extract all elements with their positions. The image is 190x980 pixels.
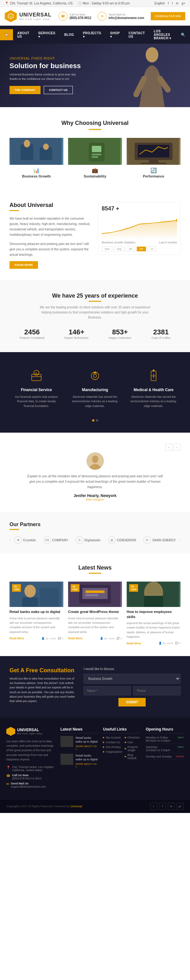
svg-point-31 xyxy=(92,455,98,463)
footer-news-thumb-1 xyxy=(60,736,73,747)
hero-company-button[interactable]: THE COMPANY xyxy=(10,86,41,94)
cta-name-input[interactable] xyxy=(84,686,131,695)
social-linkedin-icon[interactable]: in xyxy=(168,803,175,810)
medical-icon xyxy=(130,369,177,385)
footer-link-projects-single[interactable]: Projects Single xyxy=(125,745,141,752)
stat-projects-number: 2456 xyxy=(20,328,45,336)
news-read-more-3[interactable]: Read More xyxy=(127,642,141,645)
service-card-medical: Medical & Health Care Electronic Materia… xyxy=(127,363,180,415)
nav-home[interactable]: 🏠 xyxy=(0,29,13,40)
feature-img-1 xyxy=(10,138,63,165)
footer-links-right: Checkout Cart Projects Single Blog Defau… xyxy=(125,736,141,761)
nav-contact[interactable]: CONTACT US xyxy=(124,27,149,42)
consultation-button[interactable]: CONSULTATION xyxy=(151,12,185,20)
footer-news-more-1[interactable]: MORE ABOUT US > xyxy=(76,745,98,751)
svg-rect-41 xyxy=(86,594,98,596)
footer-description: Our team offers the most up-to-date, com… xyxy=(6,739,56,762)
footer-brand: Universal xyxy=(70,805,82,808)
feature-svg-1 xyxy=(11,138,62,165)
feature-svg-2 xyxy=(70,138,120,165)
footer-news-more-2[interactable]: MORE ABOUT US > xyxy=(76,762,98,768)
service-card-manufacturing: Manufacturing Electronic Materials has s… xyxy=(68,363,122,415)
nav-shop[interactable]: SHOP ▾ xyxy=(106,27,124,42)
social-twitter-icon[interactable]: t xyxy=(150,803,157,810)
footer-hours-day-3: Sunday and Sunday: xyxy=(146,755,172,758)
footer-link-contact-us[interactable]: Contact Us xyxy=(103,741,122,744)
footer-bottom: Copyrights 2017 All Rights Reserved. Pow… xyxy=(0,800,190,813)
chart-tab-day[interactable]: Day xyxy=(114,247,124,251)
cta-submit-button[interactable]: SUBMIT xyxy=(119,698,146,706)
cta-phone-input[interactable] xyxy=(133,686,180,695)
slider-dot-1[interactable] xyxy=(92,419,94,422)
nav-blog[interactable]: BLOG xyxy=(60,29,79,40)
chart-tab-6m[interactable]: 6M xyxy=(137,247,146,251)
about-text-2: Denouncing pleasure and praising pain we… xyxy=(10,241,92,257)
cta-discuss-select[interactable]: Business Growth xyxy=(84,674,180,684)
footer-news-item-1: Retail banks wake up to digital MORE ABO… xyxy=(60,736,98,751)
hero-title: Solution for business xyxy=(10,62,81,70)
header-contacts: ☎ Call Us Now (800)-678-9012 ✉ Send Mail… xyxy=(59,12,185,21)
avatar-svg xyxy=(87,452,104,470)
footer-link-checkout[interactable]: Checkout xyxy=(125,736,141,739)
stat-technicians-number: 146+ xyxy=(65,328,88,336)
chart-tab-year[interactable]: Year xyxy=(102,247,112,251)
nav-about[interactable]: ABOUT US xyxy=(13,27,34,42)
svg-text:U: U xyxy=(10,15,12,18)
nav-services[interactable]: SERVICES ▾ xyxy=(34,27,60,42)
news-read-more-1[interactable]: Read More xyxy=(10,637,24,640)
service-title-manufacturing: Manufacturing xyxy=(71,388,119,392)
social-in[interactable]: in xyxy=(176,2,179,5)
chart-area: 8547 + Business Growth Statistics Last 6… xyxy=(98,202,180,255)
footer-news-content-1: Retail banks wake up to digital MORE ABO… xyxy=(76,736,98,751)
svg-text:$: $ xyxy=(35,372,37,375)
partners-container: ‹ ★ Crumble F3 COMPANY ☆ Digitalside ◎ C… xyxy=(10,536,180,544)
social-g[interactable]: g+ xyxy=(182,2,185,5)
news-title-2: Create great WordPress theme xyxy=(68,609,122,614)
hero-content: Universal Finds Right Solution for busin… xyxy=(10,57,81,94)
hero-contact-button[interactable]: CONTACT US xyxy=(44,86,73,94)
footer-link-blog-default[interactable]: Blog Default xyxy=(125,753,141,760)
footer-link-cart[interactable]: Cart xyxy=(125,741,141,744)
testimonial-prev-button[interactable]: ‹ xyxy=(165,444,172,451)
svg-rect-5 xyxy=(11,138,62,165)
chart-tab-1m[interactable]: 1M xyxy=(126,247,135,251)
news-date-1: 29JAN xyxy=(12,584,21,592)
footer-email-label: Send Mail Us xyxy=(11,782,46,785)
service-desc-medical: Electronic Materials has served the semi… xyxy=(130,395,177,408)
financial-svg: $ xyxy=(30,369,43,382)
partner-4-name: CONUERIOR xyxy=(117,538,136,542)
news-img-2: 30FEB xyxy=(68,582,122,607)
nav-projects[interactable]: PROJECTS ▾ xyxy=(79,27,106,42)
footer-link-our-privacy[interactable]: Our Privacy xyxy=(103,745,122,749)
chart-tab-1y[interactable]: 1Y xyxy=(147,247,157,251)
social-f[interactable]: f xyxy=(168,2,169,5)
testimonial-next-button[interactable]: › xyxy=(174,444,180,451)
footer-news-item-2: Retail banks wake up to digital MORE ABO… xyxy=(60,754,98,768)
about-know-more-button[interactable]: KNOW MORE xyxy=(10,261,38,269)
search-icon[interactable]: 🔍 xyxy=(176,29,190,41)
social-facebook-icon[interactable]: f xyxy=(159,803,166,810)
nav-branch[interactable]: Los Angeles Branch ▾ xyxy=(149,25,176,44)
phone-contact: ☎ Call Us Now (800)-678-9012 xyxy=(59,12,91,21)
service-title-financial: Financial Service xyxy=(13,388,60,392)
stat-projects: 2456 Projects Completed xyxy=(20,328,45,339)
partner-1-name: Crumble xyxy=(23,538,36,542)
about-title: About Universal xyxy=(10,202,92,208)
testimonial-name: Jenifer Hearly, Newyork xyxy=(10,493,180,498)
footer-logo-icon xyxy=(6,727,15,736)
svg-rect-14 xyxy=(92,156,98,158)
slider-dot-2[interactable] xyxy=(96,419,98,422)
footer-link-organisation[interactable]: Organisation xyxy=(103,750,122,753)
partners-next-button[interactable]: › xyxy=(179,538,180,542)
service-title-medical: Medical & Health Care xyxy=(130,388,177,392)
manufacturing-icon xyxy=(71,369,119,385)
main-nav: 🏠 ABOUT US SERVICES ▾ BLOG PROJECTS ▾ SH… xyxy=(0,25,190,44)
social-google-icon[interactable]: g+ xyxy=(177,803,184,810)
news-read-more-2[interactable]: Read More xyxy=(68,637,83,640)
footer-hours-day-1: Monday to Friday: 09:00am to 5:00pm xyxy=(146,736,170,742)
social-t[interactable]: t xyxy=(172,2,173,5)
news-text-1: Know How to pursue pleasure rationally a… xyxy=(10,616,63,635)
news-author-1: 👤 By: some 💬 0 xyxy=(41,637,63,640)
footer-link-my-account[interactable]: My Account xyxy=(103,736,122,739)
hours-text: Mon - Satday 9:00 am to 6:00 pm xyxy=(83,2,130,5)
